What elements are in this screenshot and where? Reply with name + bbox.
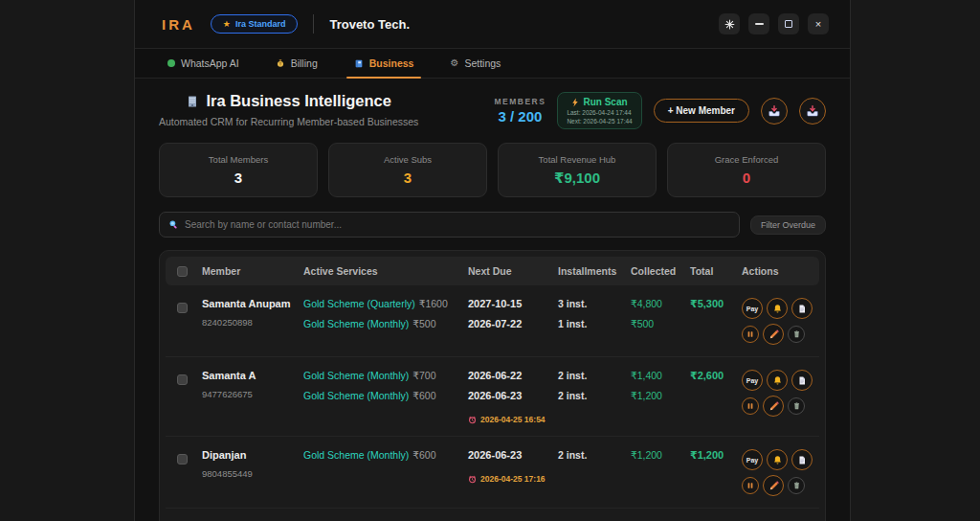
total-amount: ₹1,200 <box>690 449 742 469</box>
installments-cell: 2 inst.2 inst. <box>558 370 631 410</box>
row-checkbox[interactable] <box>177 303 188 313</box>
next-due-cell: 2026-06-232026-04-25 17:16 <box>468 449 558 484</box>
service-plan: Gold Scheme (Monthly) <box>303 370 409 381</box>
status-dot-green <box>167 59 175 67</box>
maximize-button[interactable] <box>778 13 799 34</box>
pay-button[interactable]: Pay <box>742 370 763 391</box>
action-row-1: Pay <box>742 298 819 319</box>
delete-button[interactable] <box>788 326 805 343</box>
page-header: Ira Business Intelligence Automated CRM … <box>159 92 826 129</box>
services-cell: Gold Scheme (Monthly)₹700Gold Scheme (Mo… <box>303 370 468 410</box>
service-line: Gold Scheme (Monthly)₹700 <box>303 370 468 390</box>
close-icon: × <box>815 18 821 30</box>
services-cell: Gold Scheme (Quarterly)₹1600Gold Scheme … <box>303 298 468 338</box>
service-plan: Gold Scheme (Quarterly) <box>303 298 415 309</box>
search-box <box>159 212 740 238</box>
header-actions: MEMBERS 3 / 200 Run Scan Last: 2026-04-2… <box>494 92 826 129</box>
edit-button[interactable] <box>763 475 784 496</box>
row-checkbox[interactable] <box>177 374 188 385</box>
pay-button[interactable]: Pay <box>742 298 763 319</box>
row-checkbox[interactable] <box>177 454 188 464</box>
notify-button[interactable] <box>767 298 788 319</box>
installment-count: 1 inst. <box>558 318 631 338</box>
pause-icon <box>746 330 754 338</box>
plan-badge: ★ Ira Standard <box>211 14 299 34</box>
scan-next-run: Next: 2026-04-25 17:44 <box>567 118 632 125</box>
receipt-button[interactable] <box>791 449 813 470</box>
table-row: Samanta A9477626675Gold Scheme (Monthly)… <box>166 357 819 437</box>
col-next-due: Next Due <box>468 265 558 277</box>
service-line: Gold Scheme (Monthly)₹600 <box>303 390 468 410</box>
scan-last-run: Last: 2026-04-24 17:44 <box>567 109 632 116</box>
edit-button[interactable] <box>763 324 784 345</box>
stats-row: Total Members 3 Active Subs 3 Total Reve… <box>159 143 826 197</box>
installment-count: 2 inst. <box>558 390 631 410</box>
overdue-stamp: 2026-04-25 17:16 <box>468 474 558 484</box>
export-members-button[interactable] <box>799 98 826 125</box>
next-due-date: 2026-07-22 <box>468 318 558 338</box>
service-line: Gold Scheme (Quarterly)₹1600 <box>303 298 468 318</box>
delete-button[interactable] <box>788 397 805 415</box>
member-cell: Samanta Anupam8240250898 <box>202 298 303 328</box>
select-all-checkbox[interactable] <box>177 266 188 277</box>
installment-count: 2 inst. <box>558 370 631 390</box>
tab-business[interactable]: Business <box>350 49 418 78</box>
document-icon <box>797 455 807 465</box>
total-cell: ₹2,600 <box>690 370 742 390</box>
tab-settings[interactable]: ⚙ Settings <box>446 49 504 78</box>
tab-billing[interactable]: Billing <box>272 49 322 78</box>
close-button[interactable]: × <box>808 13 829 34</box>
import-members-button[interactable] <box>761 98 788 125</box>
new-member-button[interactable]: + New Member <box>654 99 749 123</box>
col-active-services: Active Services <box>303 265 468 277</box>
total-cell: ₹1,200 <box>690 449 742 469</box>
edit-button[interactable] <box>763 396 784 417</box>
bell-icon <box>772 375 783 386</box>
delete-button[interactable] <box>788 477 805 494</box>
col-member: Member <box>202 265 303 277</box>
tab-whatsapp-ai[interactable]: WhatsApp AI <box>164 49 243 78</box>
star-icon: ★ <box>223 20 231 29</box>
service-plan: Gold Scheme (Monthly) <box>303 449 409 461</box>
table-body: Samanta Anupam8240250898Gold Scheme (Qua… <box>166 285 819 509</box>
gear-icon: ⚙ <box>450 58 458 68</box>
service-plan: Gold Scheme (Monthly) <box>303 390 409 401</box>
pause-button[interactable] <box>742 326 759 343</box>
notify-button[interactable] <box>767 370 788 391</box>
theme-toggle-button[interactable] <box>719 13 740 34</box>
next-due-date: 2026-06-23 <box>468 449 558 469</box>
collected-amount: ₹1,200 <box>631 390 690 410</box>
stat-active-subs: Active Subs 3 <box>328 143 487 197</box>
import-icon <box>806 104 819 118</box>
trash-icon <box>792 401 801 411</box>
minimize-button[interactable] <box>748 13 769 34</box>
member-name: Samanta Anupam <box>202 298 303 309</box>
service-price: ₹600 <box>412 390 435 401</box>
actions-cell: Pay <box>742 298 819 345</box>
receipt-button[interactable] <box>791 370 813 391</box>
trash-icon <box>792 329 801 339</box>
action-row-2 <box>742 396 819 417</box>
filter-overdue-button[interactable]: Filter Overdue <box>750 215 826 235</box>
document-icon <box>797 304 807 314</box>
total-amount: ₹5,300 <box>690 298 742 318</box>
next-due-cell: 2026-06-222026-06-232026-04-25 16:54 <box>468 370 558 424</box>
pause-button[interactable] <box>742 477 759 494</box>
run-scan-button[interactable]: Run Scan Last: 2026-04-24 17:44 Next: 20… <box>557 92 641 129</box>
book-icon <box>354 58 364 69</box>
sun-icon <box>724 19 735 30</box>
action-row-1: Pay <box>742 449 819 470</box>
search-input[interactable] <box>185 219 730 230</box>
member-cell: Dipanjan9804855449 <box>202 449 303 479</box>
pause-icon <box>746 402 754 410</box>
import-icon <box>768 104 781 118</box>
services-cell: Gold Scheme (Monthly)₹600 <box>303 449 468 469</box>
pencil-icon <box>768 401 779 412</box>
receipt-button[interactable] <box>791 298 813 319</box>
row-checkbox-cell <box>166 298 202 317</box>
notify-button[interactable] <box>767 449 788 470</box>
action-row-2 <box>742 475 819 496</box>
pause-button[interactable] <box>742 397 759 415</box>
pay-button[interactable]: Pay <box>742 449 763 470</box>
titlebar: IRA ★ Ira Standard Troveto Tech. × <box>135 0 850 48</box>
